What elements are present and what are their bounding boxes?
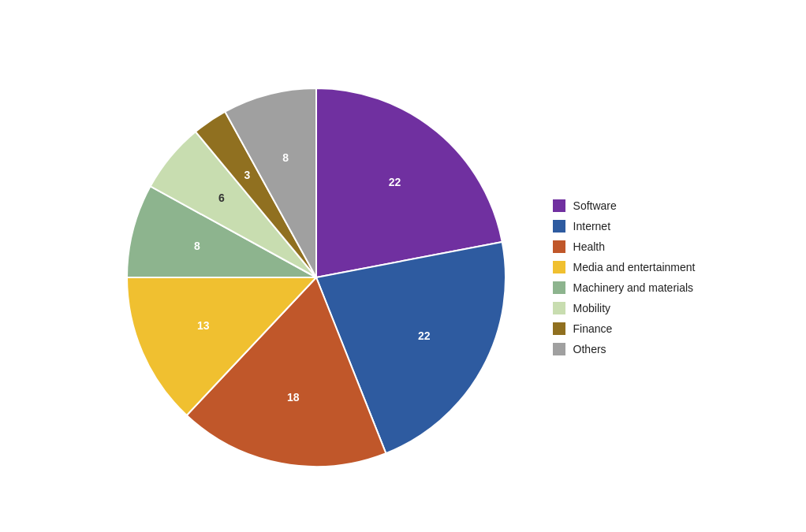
legend-item-media-and-entertainment: Media and entertainment — [553, 261, 696, 273]
legend-label: Internet — [573, 220, 610, 233]
slice-label-7: 8 — [282, 151, 289, 163]
legend-color-swatch — [553, 281, 565, 294]
legend-label: Software — [573, 199, 617, 212]
pie-wrapper: 222218138638 — [111, 73, 521, 482]
legend-color-swatch — [553, 220, 565, 233]
legend-item-finance: Finance — [553, 322, 696, 335]
slice-label-3: 13 — [197, 318, 210, 331]
legend-color-swatch — [553, 343, 565, 355]
legend-item-health: Health — [553, 240, 696, 253]
legend-color-swatch — [553, 199, 565, 212]
legend-color-swatch — [553, 240, 565, 253]
legend-label: Others — [573, 343, 606, 355]
legend-item-internet: Internet — [553, 220, 696, 233]
slice-label-0: 22 — [388, 175, 401, 188]
slice-label-1: 22 — [417, 329, 430, 341]
chart-body: 222218138638 SoftwareInternetHealthMedia… — [0, 22, 806, 532]
legend-color-swatch — [553, 302, 565, 314]
legend-color-swatch — [553, 322, 565, 335]
legend-item-machinery-and-materials: Machinery and materials — [553, 281, 696, 294]
slice-label-2: 18 — [287, 390, 300, 403]
legend-item-others: Others — [553, 343, 696, 355]
slice-label-4: 8 — [194, 239, 200, 251]
pie-chart: 222218138638 — [111, 73, 521, 482]
legend-label: Finance — [573, 322, 613, 335]
legend-label: Machinery and materials — [573, 281, 694, 294]
legend-item-mobility: Mobility — [553, 302, 696, 314]
legend-label: Health — [573, 240, 605, 253]
legend: SoftwareInternetHealthMedia and entertai… — [553, 199, 696, 355]
slice-label-5: 6 — [218, 192, 224, 204]
legend-label: Media and entertainment — [573, 261, 696, 273]
legend-label: Mobility — [573, 302, 610, 314]
legend-color-swatch — [553, 261, 565, 273]
slice-label-6: 3 — [244, 168, 250, 180]
chart-container: 222218138638 SoftwareInternetHealthMedia… — [0, 0, 806, 532]
legend-item-software: Software — [553, 199, 696, 212]
